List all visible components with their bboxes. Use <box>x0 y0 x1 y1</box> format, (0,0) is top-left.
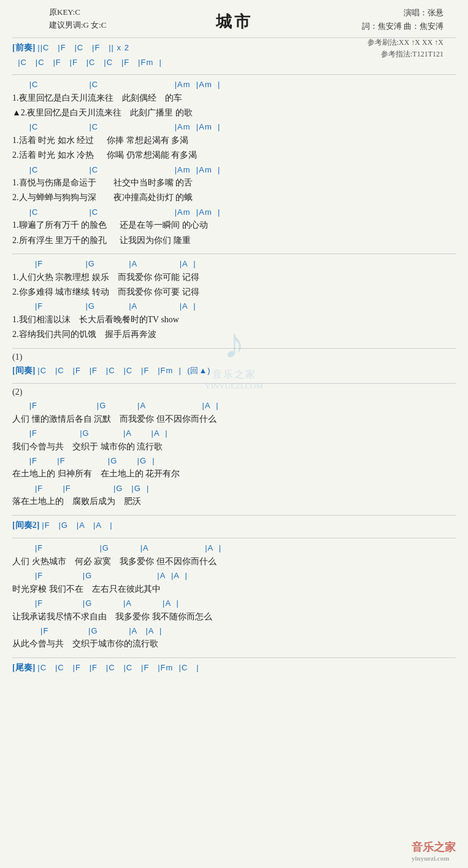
divider3 <box>12 348 456 349</box>
interlude2-header: [间奏2] |F |G |A |A | <box>12 519 456 532</box>
verse2-chords3: |F |F |G |G | <box>12 455 456 467</box>
interlude1-chords: |C |C |F |F |C |C |F |Fm | (回▲) <box>37 365 210 377</box>
bottom-logo-text: 音乐之家 <box>412 841 456 853</box>
verse2-chords1: |F |G |A |A | <box>12 400 456 412</box>
verse1-lyric2b: 2.活着 时光 如水 冷热 你喝 仍常想渴能 有多渴 <box>12 149 456 162</box>
outro-header: [尾奏] |C |C |F |F |C |C |F |Fm |C | <box>12 662 456 675</box>
key-suggest: 建议男调:G 女:C <box>49 19 107 32</box>
divider1 <box>12 74 456 75</box>
bridge-lyric2: 时光穿梭 我们不在 左右只在彼此其中 <box>12 583 456 596</box>
outro-label: [尾奏] <box>12 662 35 673</box>
prelude-chords1: ||C |F |C |F || x 2 <box>37 42 129 54</box>
interlude1-num: (1) <box>12 352 456 362</box>
verse1-lyric2a: 1.活着 时光 如水 经过 你捧 常想起渴有 多渴 <box>12 134 456 147</box>
key-info: 原KEY:C 建议男调:G 女:C <box>49 6 107 32</box>
bottom-logo-sub: yinyuezi.com <box>412 854 456 862</box>
divider7 <box>12 657 456 658</box>
bridge-chords4: |F |G |A |A | <box>12 625 456 637</box>
verse2-chords4: |F |F |G |G | <box>12 482 456 495</box>
bridge-lyric1: 人们 火热城市 何必 寂寞 我多爱你 但不因你而什么 <box>12 555 456 568</box>
bridge-chords1: |F |G |A |A | <box>12 542 456 554</box>
ref-pick: 参考指法:T121T121 <box>367 48 443 60</box>
outro-section: [尾奏] |C |C |F |F |C |C |F |Fm |C | <box>12 662 456 675</box>
verse1-lyric3a: 1.喜悦与伤痛是命运于 社交中当时多嘴 的舌 <box>12 176 456 190</box>
verse2-section: (2) |F |G |A |A | 人们 懂的激情后各自 沉默 而我爱你 但不因… <box>12 387 456 509</box>
interlude2-chords: |F |G |A |A | <box>42 519 112 532</box>
ref-info: 参考刷法:XX ↑X XX ↑X 参考指法:T121T121 <box>367 37 443 60</box>
bridge-section: |F |G |A |A | 人们 火热城市 何必 寂寞 我多爱你 但不因你而什么… <box>12 542 456 651</box>
interlude1-header: [间奏] |C |C |F |F |C |C |F |Fm | (回▲) <box>12 365 456 378</box>
interlude1-section: (1) [间奏] |C |C |F |F |C |C |F |Fm | (回▲) <box>12 352 456 378</box>
chorus1-chords2: |F |G |A |A | <box>12 300 456 312</box>
header-area: 原KEY:C 建议男调:G 女:C 城市 演唱：张悬 詞：焦安溥 曲：焦安溥 参… <box>12 6 456 33</box>
chorus1-lyric1a: 1.人们火热 宗教理想 娱乐 而我爱你 你可能 记得 <box>12 271 456 284</box>
verse1-lyric1b: ▲2.夜里回忆是白天川流来往 此刻广播里 的歌 <box>12 106 456 120</box>
verse1-lyric4b: 2.所有浮生 里万千的脸孔 让我因为你们 隆重 <box>12 234 456 247</box>
verse1-chords1: |C |C |Am |Am | <box>12 79 456 91</box>
bottom-logo: 音乐之家 yinyuezi.com <box>412 840 456 862</box>
chorus1-chords1: |F |G |A |A | <box>12 258 456 270</box>
chorus1-lyric2b: 2.容纳我们共同的饥饿 握手后再奔波 <box>12 328 456 341</box>
verse1-chords2: |C |C |Am |Am | <box>12 121 456 133</box>
verse2-lyric1: 人们 懂的激情后各自 沉默 而我爱你 但不因你而什么 <box>12 413 456 426</box>
artist-label: 演唱：张悬 <box>362 6 443 20</box>
divider6 <box>12 538 456 538</box>
verse1-section: |C |C |Am |Am | 1.夜里回忆是白天川流来往 此刻偶经 的车 ▲2… <box>12 79 456 247</box>
ref-strum: 参考刷法:XX ↑X XX ↑X <box>367 37 443 48</box>
outro-chords: |C |C |F |F |C |C |F |Fm |C | <box>37 662 199 674</box>
lyricist-label: 詞：焦安溥 曲：焦安溥 <box>362 20 443 33</box>
bridge-chords3: |F |G |A |A | <box>12 597 456 610</box>
verse1-lyric1a: 1.夜里回忆是白天川流来往 此刻偶经 的车 <box>12 91 456 105</box>
artist-info: 演唱：张悬 詞：焦安溥 曲：焦安溥 <box>362 6 443 33</box>
verse1-lyric3b: 2.人与蝉蝉与狗狗与深 夜冲撞高处街灯 的蛾 <box>12 191 456 204</box>
verse2-num: (2) <box>12 387 456 397</box>
verse1-chords4: |C |C |Am |Am | <box>12 206 456 219</box>
chorus1-lyric2a: 1.我们相濡以沫 长大后看晚餐时的TV show <box>12 313 456 327</box>
divider5 <box>12 515 456 516</box>
interlude1-label: [间奏] <box>12 365 35 376</box>
interlude2-label: [间奏2] <box>12 520 39 531</box>
verse1-lyric4a: 1.聊遍了所有万千 的脸色 还是在等一瞬间 的心动 <box>12 219 456 232</box>
chorus1-lyric1b: 2.你多难得 城市继续 转动 而我爱你 你可要 记得 <box>12 285 456 299</box>
verse2-chords2: |F |G |A |A | <box>12 427 456 440</box>
interlude2-section: [间奏2] |F |G |A |A | <box>12 519 456 532</box>
bridge-chords2: |F |G |A |A | <box>12 570 456 582</box>
divider2 <box>12 254 456 254</box>
divider4 <box>12 383 456 384</box>
key-original: 原KEY:C <box>49 6 107 19</box>
bridge-lyric3: 让我承诺我尽情不求自由 我多爱你 我不随你而怎么 <box>12 610 456 624</box>
verse1-chords3: |C |C |Am |Am | <box>12 164 456 176</box>
chorus1-section: |F |G |A |A | 1.人们火热 宗教理想 娱乐 而我爱你 你可能 记得… <box>12 258 456 342</box>
verse2-lyric3: 在土地上的 归神所有 在土地上的 花开有尔 <box>12 467 456 481</box>
verse2-lyric2: 我们今曾与共 交织于 城市你的 流行歌 <box>12 440 456 454</box>
prelude-label: [前奏] <box>12 42 35 53</box>
verse2-lyric4: 落在土地上的 腐败后成为 肥沃 <box>12 495 456 508</box>
bridge-lyric4: 从此今曾与共 交织于城市你的流行歌 <box>12 637 456 651</box>
